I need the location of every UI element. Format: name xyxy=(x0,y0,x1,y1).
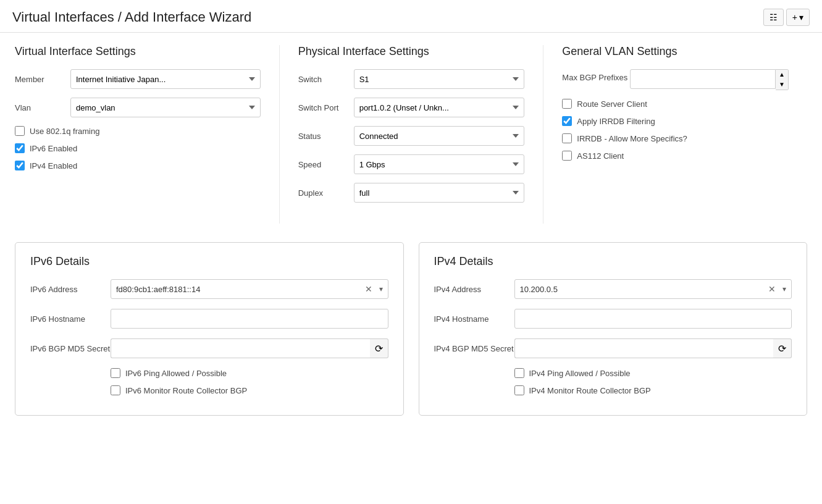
ipv4-details-card: IPv4 Details IPv4 Address 10.200.0.5 ✕ ▾… xyxy=(419,242,808,416)
ipv4-monitor-bgp-checkbox[interactable] xyxy=(514,385,524,395)
ipv6-enabled-label: IPv6 Enabled xyxy=(30,144,77,153)
ipv4-hostname-wrap xyxy=(514,309,792,329)
irrdb-allow-more-row: IRRDB - Allow More Specifics? xyxy=(562,133,789,143)
switch-port-select[interactable]: port1.0.2 (Unset / Unkn... xyxy=(354,98,525,117)
ipv6-address-wrap: fd80:9cb1:aeff:8181::14 ✕ ▾ xyxy=(111,279,388,299)
refresh-icon xyxy=(375,343,383,355)
member-select[interactable]: Internet Initiative Japan... xyxy=(70,69,261,89)
duplex-select[interactable]: full xyxy=(354,183,525,203)
ipv4-details-title: IPv4 Details xyxy=(434,255,792,268)
ipv6-bgpmd5-row: IPv6 BGP MD5 Secret xyxy=(30,338,388,358)
apply-irrdb-row: Apply IRRDB Filtering xyxy=(562,116,789,126)
plus-icon: + xyxy=(792,12,797,22)
ipv4-address-clear-icon[interactable]: ✕ xyxy=(766,284,778,294)
status-select[interactable]: Connected xyxy=(354,126,525,146)
ipv4-address-value: 10.200.0.5 xyxy=(520,285,765,294)
max-bgp-input-wrap: ▲ ▼ xyxy=(630,69,789,90)
dropdown-arrow: ▾ xyxy=(799,12,803,22)
as112-client-row: AS112 Client xyxy=(562,151,789,161)
ipv6-ping-checkbox[interactable] xyxy=(111,368,120,378)
ipv6-details-title: IPv6 Details xyxy=(30,255,388,268)
ipv6-address-label: IPv6 Address xyxy=(30,285,111,294)
ipv4-monitor-bgp-row: IPv4 Monitor Route Collector BGP xyxy=(434,385,792,395)
virtual-interface-settings: Virtual Interface Settings Member Intern… xyxy=(15,45,279,224)
vlan-row: Vlan demo_vlan xyxy=(15,98,261,117)
ipv4-enabled-label: IPv4 Enabled xyxy=(30,161,77,170)
use-8021q-checkbox[interactable] xyxy=(15,126,25,136)
switch-port-row: Switch Port port1.0.2 (Unset / Unkn... xyxy=(298,98,525,117)
list-icon: ☷ xyxy=(770,12,778,22)
ipv4-address-label: IPv4 Address xyxy=(434,285,514,294)
route-server-client-checkbox[interactable] xyxy=(562,99,572,109)
ipv6-hostname-row: IPv6 Hostname xyxy=(30,309,388,329)
apply-irrdb-checkbox[interactable] xyxy=(562,116,572,126)
ipv6-ping-label: IPv6 Ping Allowed / Possible xyxy=(125,369,227,378)
use-8021q-row: Use 802.1q framing xyxy=(15,126,261,136)
ipv4-enabled-checkbox[interactable] xyxy=(15,161,25,170)
physical-interface-settings: Physical Interface Settings Switch S1 Sw… xyxy=(279,45,543,224)
switch-select[interactable]: S1 xyxy=(354,69,525,89)
page-title: Virtual Interfaces / Add Interface Wizar… xyxy=(12,9,251,25)
ipv4-bgpmd5-input[interactable] xyxy=(514,338,774,358)
spinner-up-button[interactable]: ▲ xyxy=(776,70,788,80)
speed-row: Speed 1 Gbps xyxy=(298,154,525,174)
ipv4-address-tag-input[interactable]: 10.200.0.5 ✕ ▾ xyxy=(514,279,792,299)
add-button[interactable]: + ▾ xyxy=(786,9,810,26)
ipv6-address-tag-input[interactable]: fd80:9cb1:aeff:8181::14 ✕ ▾ xyxy=(111,279,388,299)
ipv6-hostname-label: IPv6 Hostname xyxy=(30,314,111,324)
ipv6-bgpmd5-refresh-button[interactable] xyxy=(370,338,388,358)
switch-label: Switch xyxy=(298,75,354,84)
ipv6-bgpmd5-input[interactable] xyxy=(111,338,370,358)
max-bgp-prefixes-label: Max BGP Prefixes xyxy=(562,69,630,82)
ipv6-ping-row: IPv6 Ping Allowed / Possible xyxy=(30,368,388,378)
speed-select[interactable]: 1 Gbps xyxy=(354,154,525,174)
ipv6-address-dropdown-button[interactable]: ▾ xyxy=(377,285,385,293)
ipv6-bgpmd5-label: IPv6 BGP MD5 Secret xyxy=(30,344,111,353)
general-vlan-settings: General VLAN Settings Max BGP Prefixes ▲… xyxy=(543,45,807,224)
page-header: Virtual Interfaces / Add Interface Wizar… xyxy=(0,0,822,33)
speed-label: Speed xyxy=(298,160,354,169)
ipv6-address-value: fd80:9cb1:aeff:8181::14 xyxy=(116,285,361,294)
ipv4-hostname-input[interactable] xyxy=(514,309,792,329)
spinner-down-button[interactable]: ▼ xyxy=(776,80,788,90)
vlan-label: Vlan xyxy=(15,103,70,112)
ipv4-monitor-bgp-label: IPv4 Monitor Route Collector BGP xyxy=(529,386,651,395)
ipv4-hostname-label: IPv4 Hostname xyxy=(434,314,514,324)
vlan-select[interactable]: demo_vlan xyxy=(70,98,261,117)
ipv6-address-row: IPv6 Address fd80:9cb1:aeff:8181::14 ✕ ▾ xyxy=(30,279,388,299)
ipv4-address-dropdown-button[interactable]: ▾ xyxy=(780,285,789,293)
max-bgp-prefixes-input[interactable] xyxy=(630,69,776,89)
ipv6-monitor-bgp-row: IPv6 Monitor Route Collector BGP xyxy=(30,385,388,395)
ipv4-bgpmd5-refresh-button[interactable] xyxy=(773,338,792,358)
ipv4-bgpmd5-wrap xyxy=(514,338,792,358)
ipv6-hostname-wrap xyxy=(111,309,388,329)
irrdb-allow-more-label: IRRDB - Allow More Specifics? xyxy=(577,134,687,143)
apply-irrdb-label: Apply IRRDB Filtering xyxy=(577,117,655,126)
virtual-interface-section-title: Virtual Interface Settings xyxy=(15,45,261,58)
list-view-button[interactable]: ☷ xyxy=(763,9,784,26)
max-bgp-row: Max BGP Prefixes ▲ ▼ xyxy=(562,69,789,90)
main-content: Virtual Interface Settings Member Intern… xyxy=(0,33,822,428)
ipv6-monitor-bgp-checkbox[interactable] xyxy=(111,385,120,395)
irrdb-allow-more-checkbox[interactable] xyxy=(562,133,572,143)
settings-grid: Virtual Interface Settings Member Intern… xyxy=(15,45,807,224)
ipv4-bgpmd5-row: IPv4 BGP MD5 Secret xyxy=(434,338,792,358)
duplex-row: Duplex full xyxy=(298,183,525,203)
ipv4-ping-checkbox[interactable] xyxy=(514,368,524,378)
ipv4-bgpmd5-label: IPv4 BGP MD5 Secret xyxy=(434,344,514,353)
ipv6-hostname-input[interactable] xyxy=(111,309,388,329)
ipv6-address-clear-icon[interactable]: ✕ xyxy=(363,284,374,294)
ipv6-enabled-checkbox[interactable] xyxy=(15,143,25,153)
ipv6-monitor-bgp-label: IPv6 Monitor Route Collector BGP xyxy=(125,386,247,395)
member-row: Member Internet Initiative Japan... xyxy=(15,69,261,89)
use-8021q-label: Use 802.1q framing xyxy=(30,127,99,136)
ipv4-ping-row: IPv4 Ping Allowed / Possible xyxy=(434,368,792,378)
physical-interface-section-title: Physical Interface Settings xyxy=(298,45,525,58)
ipv4-address-row: IPv4 Address 10.200.0.5 ✕ ▾ xyxy=(434,279,792,299)
route-server-client-label: Route Server Client xyxy=(577,99,647,109)
details-grid: IPv6 Details IPv6 Address fd80:9cb1:aeff… xyxy=(15,242,807,416)
ipv4-address-wrap: 10.200.0.5 ✕ ▾ xyxy=(514,279,792,299)
as112-client-checkbox[interactable] xyxy=(562,151,572,161)
ipv4-ping-label: IPv4 Ping Allowed / Possible xyxy=(529,369,631,378)
spinner-buttons: ▲ ▼ xyxy=(776,69,789,90)
